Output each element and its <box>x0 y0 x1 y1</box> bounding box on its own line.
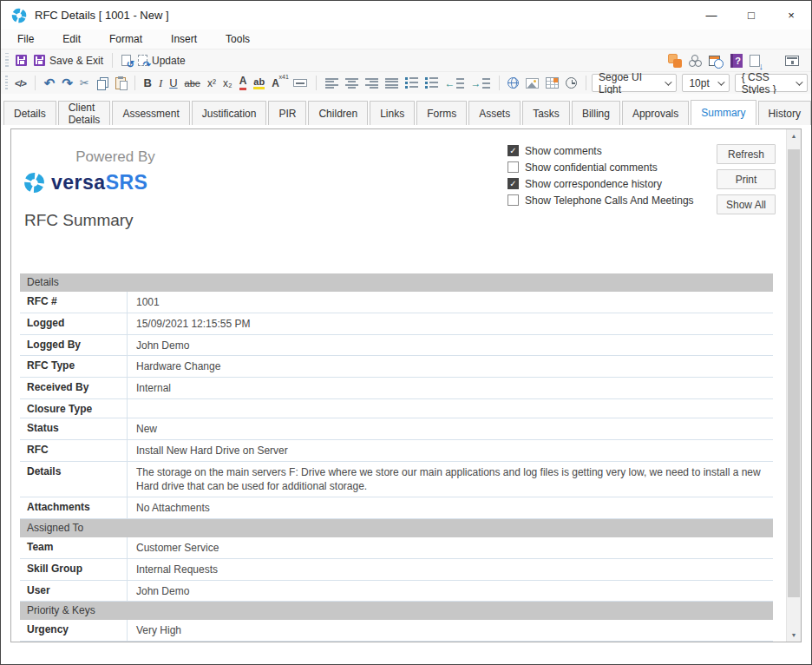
row-value: 1001 <box>128 292 773 313</box>
indent-button[interactable]: → <box>468 76 494 90</box>
refresh-button[interactable]: Refresh <box>717 144 776 164</box>
show-all-button[interactable]: Show All <box>717 194 776 214</box>
tab-assets[interactable]: Assets <box>468 101 521 125</box>
export-button[interactable]: ↓ <box>746 53 763 69</box>
strikethrough-button[interactable]: abe <box>181 76 204 90</box>
show-comments-checkbox[interactable]: ✓ <box>508 145 519 156</box>
schedule-button[interactable] <box>705 54 727 68</box>
css-styles-select[interactable]: { CSS Styles } <box>735 74 808 92</box>
row-label: RFC <box>20 440 128 461</box>
chevron-down-icon <box>717 78 724 85</box>
italic-button[interactable]: I <box>155 75 166 92</box>
scrollbar-thumb[interactable] <box>788 149 800 597</box>
copy-button[interactable] <box>93 76 112 91</box>
print-button[interactable]: Print <box>717 169 776 189</box>
undo-button[interactable]: ↶ <box>41 75 59 91</box>
close-button[interactable]: × <box>771 1 811 30</box>
tab-forms[interactable]: Forms <box>416 101 467 125</box>
date-time-button[interactable] <box>562 76 580 90</box>
show-telephone-calls-checkbox[interactable] <box>508 194 519 206</box>
section-header-assigned-to: Assigned To <box>20 519 773 537</box>
horizontal-rule-button[interactable] <box>290 77 311 89</box>
tab-summary[interactable]: Summary <box>691 100 756 125</box>
underline-button[interactable]: U <box>166 75 180 91</box>
update-button[interactable]: ↷ Update <box>134 53 189 69</box>
row-label: Team <box>20 537 128 558</box>
toolbar-separator <box>772 53 773 68</box>
tab-assessment[interactable]: Assessment <box>112 101 189 125</box>
tab-pir[interactable]: PIR <box>268 101 306 125</box>
cut-icon: ✂ <box>80 76 89 89</box>
char-spacing-button[interactable]: Ax41 <box>268 76 290 91</box>
insert-image-button[interactable] <box>522 76 542 90</box>
toolbar-separator <box>499 76 500 90</box>
menu-edit[interactable]: Edit <box>56 30 93 48</box>
numbered-list-button[interactable] <box>422 76 442 90</box>
show-confidential-comments-checkbox[interactable] <box>508 161 519 173</box>
redo-button[interactable]: ↷ <box>58 75 76 91</box>
insert-table-button[interactable] <box>542 76 562 90</box>
tab-children[interactable]: Children <box>308 101 368 125</box>
float-panel-icon <box>785 56 799 66</box>
save-exit-button[interactable]: Save & Exit <box>30 53 107 69</box>
horizontal-rule-icon <box>293 79 307 87</box>
tab-billing[interactable]: Billing <box>572 101 620 125</box>
tab-history[interactable]: History <box>758 101 811 125</box>
font-color-button[interactable]: A <box>236 74 251 91</box>
hyperlink-button[interactable] <box>504 76 522 90</box>
minimize-button[interactable]: — <box>691 1 731 30</box>
align-left-icon <box>325 78 338 89</box>
outdent-button[interactable]: ← <box>442 76 468 90</box>
scroll-up-button[interactable]: ▲ <box>787 129 801 142</box>
bold-button[interactable]: B <box>140 75 154 91</box>
vertical-scrollbar[interactable]: ▲ ▼ <box>786 129 801 642</box>
tab-justification[interactable]: Justification <box>192 101 267 125</box>
align-justify-button[interactable] <box>382 76 402 90</box>
tab-client-details[interactable]: Client Details <box>58 101 111 125</box>
paste-button[interactable] <box>112 76 129 91</box>
table-row: Logged 15/09/2021 12:15:55 PM <box>20 313 773 335</box>
update-label: Update <box>152 55 186 67</box>
row-label: User <box>20 581 128 602</box>
tab-approvals[interactable]: Approvals <box>622 101 689 125</box>
row-label: Closure Type <box>20 399 128 418</box>
tab-tasks[interactable]: Tasks <box>522 101 570 125</box>
menu-insert[interactable]: Insert <box>165 30 209 48</box>
tab-links[interactable]: Links <box>370 101 415 125</box>
table-row: Received By Internal <box>20 378 773 399</box>
row-value: Medium <box>128 642 773 642</box>
toolbar-grip[interactable] <box>5 76 8 91</box>
row-value: No Attachments <box>128 497 773 518</box>
maximize-button[interactable]: □ <box>731 1 771 30</box>
tab-details[interactable]: Details <box>3 101 56 125</box>
font-size-select[interactable]: 10pt <box>682 74 729 92</box>
refresh-record-button[interactable]: ↺ <box>118 53 134 68</box>
align-right-button[interactable] <box>362 76 382 90</box>
align-center-button[interactable] <box>342 76 362 90</box>
menu-file[interactable]: File <box>11 30 46 48</box>
float-panel-button[interactable] <box>782 54 802 68</box>
highlight-button[interactable]: ab <box>250 75 268 91</box>
related-items-button[interactable] <box>665 52 685 69</box>
html-source-button[interactable]: </> <box>11 76 29 90</box>
menu-tools[interactable]: Tools <box>219 30 262 48</box>
show-correspondence-history-checkbox[interactable]: ✓ <box>508 178 519 189</box>
row-value: Install New Hard Drive on Server <box>128 440 773 461</box>
workflow-button[interactable] <box>685 53 705 69</box>
menu-format[interactable]: Format <box>103 30 154 48</box>
bullet-list-button[interactable] <box>402 76 422 90</box>
help-icon: ? <box>730 54 743 68</box>
help-button[interactable]: ? <box>727 52 746 69</box>
toolbar-grip[interactable] <box>5 53 9 69</box>
font-name-select[interactable]: Segoe UI Light <box>592 74 677 92</box>
save-button[interactable] <box>12 53 30 68</box>
cut-button[interactable]: ✂ <box>76 75 93 91</box>
row-label: Received By <box>20 378 128 398</box>
image-icon <box>526 78 539 89</box>
subscript-button[interactable]: x₂ <box>219 76 236 91</box>
row-label: Details <box>20 462 128 497</box>
scroll-down-button[interactable]: ▼ <box>787 629 801 642</box>
option-show-telephone-calls: Show Telephone Calls And Meetings <box>508 192 694 208</box>
align-left-button[interactable] <box>322 76 342 90</box>
superscript-button[interactable]: x² <box>204 76 219 91</box>
